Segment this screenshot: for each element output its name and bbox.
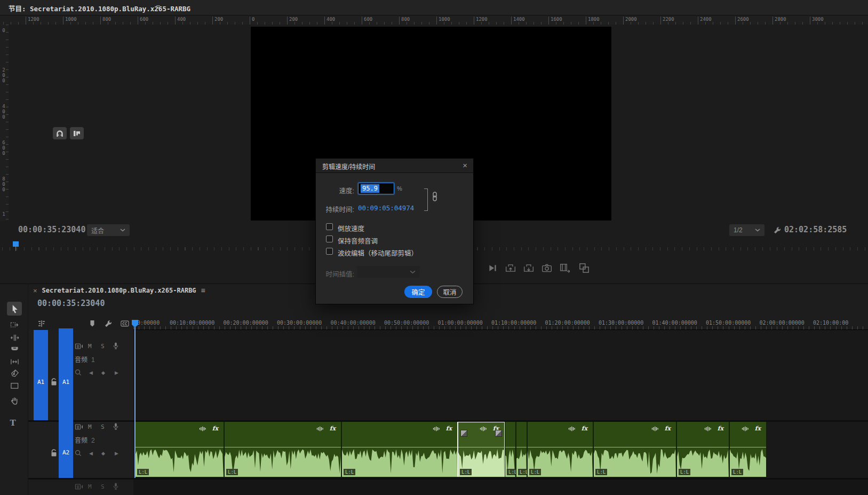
track-name-text: 音频 xyxy=(75,437,87,444)
volume-rubber-band[interactable] xyxy=(594,447,676,447)
volume-rubber-band[interactable] xyxy=(136,447,224,447)
voiceover-record-icon[interactable] xyxy=(112,422,120,430)
monitor-playhead[interactable] xyxy=(13,241,19,247)
track-name-audio2[interactable]: 音频2 xyxy=(75,435,95,444)
ok-button[interactable]: 确定 xyxy=(404,286,432,298)
speed-input[interactable]: 95.9 xyxy=(358,183,394,194)
source-patch-a1-label[interactable]: A1 xyxy=(34,379,48,386)
close-icon[interactable]: × xyxy=(463,161,467,170)
solo-button[interactable]: S xyxy=(101,343,105,350)
next-keyframe-icon[interactable]: ▶ xyxy=(115,451,118,456)
channel-badge: L:L xyxy=(679,469,690,475)
snap-icon[interactable] xyxy=(53,127,67,139)
volume-rubber-band[interactable] xyxy=(730,447,766,447)
volume-rubber-band[interactable] xyxy=(342,447,457,447)
ruler-label: 3000 xyxy=(812,17,824,22)
mute-button[interactable]: M xyxy=(88,343,92,350)
fade-handle-right[interactable] xyxy=(495,430,502,437)
program-monitor-header[interactable]: 节目: Secretariat.2010.1080p.BluRay.x265-R… xyxy=(0,0,868,15)
lift-icon[interactable] xyxy=(505,263,516,273)
audio-clip[interactable]: fxL:L xyxy=(676,422,729,477)
step-forward-icon[interactable] xyxy=(487,263,498,273)
mute-button[interactable]: M xyxy=(88,483,92,490)
panel-menu-icon[interactable]: ≡ xyxy=(201,286,205,295)
volume-rubber-band[interactable] xyxy=(528,447,593,447)
export-frame-icon[interactable] xyxy=(541,263,552,273)
audio-clip[interactable]: L:L xyxy=(505,422,516,477)
volume-rubber-band[interactable] xyxy=(516,447,527,447)
voiceover-record-icon[interactable] xyxy=(112,482,120,490)
monitor-settings-wrench-icon[interactable] xyxy=(773,226,782,234)
volume-rubber-band[interactable] xyxy=(458,447,504,447)
audio-clip-selected[interactable]: fxL:L xyxy=(458,422,505,477)
zoom-level-select[interactable]: 适合 xyxy=(87,224,130,236)
checkbox[interactable] xyxy=(326,248,333,255)
duration-value[interactable]: 00:09:05:04974 xyxy=(358,204,414,212)
ruler-major-tick xyxy=(623,17,624,25)
linked-selection-icon[interactable] xyxy=(70,127,84,139)
ruler-label: 400 xyxy=(1,104,6,120)
audio-clip[interactable]: fxL:L xyxy=(729,422,767,477)
selection-tool-icon[interactable] xyxy=(7,302,22,316)
previous-keyframe-icon[interactable]: ◀ xyxy=(89,370,93,375)
track-lock-icon[interactable] xyxy=(50,449,58,457)
track-divider[interactable] xyxy=(28,478,868,480)
compare-view-icon[interactable] xyxy=(579,263,590,273)
audio-clip[interactable]: fxL:L xyxy=(593,422,676,477)
add-keyframe-icon[interactable]: ◆ xyxy=(101,370,105,375)
nest-icon[interactable] xyxy=(37,318,46,329)
clip-effect-indicators: fx xyxy=(568,425,587,432)
audio-clip[interactable]: fxL:L xyxy=(224,422,341,477)
volume-rubber-band[interactable] xyxy=(505,447,515,447)
wrench-icon[interactable] xyxy=(104,318,113,329)
solo-button[interactable]: S xyxy=(101,483,105,490)
audio-clip[interactable]: fxL:L xyxy=(341,422,458,477)
audio-clip[interactable]: fxL:L xyxy=(527,422,593,477)
track-lock-icon[interactable] xyxy=(50,378,58,386)
timeline-playhead-head[interactable] xyxy=(132,320,138,325)
previous-keyframe-icon[interactable]: ◀ xyxy=(89,451,93,456)
voiceover-record-icon[interactable] xyxy=(112,342,120,350)
checkbox[interactable] xyxy=(326,235,333,242)
mute-button[interactable]: M xyxy=(88,423,92,430)
time-interpolation-select[interactable] xyxy=(357,266,420,278)
insert-icon[interactable] xyxy=(560,263,570,273)
chain-link-icon[interactable] xyxy=(432,192,438,201)
next-keyframe-icon[interactable]: ▶ xyxy=(115,370,118,375)
solo-button[interactable]: S xyxy=(101,423,105,430)
panel-menu-icon[interactable]: ≡ xyxy=(156,3,160,11)
cancel-button[interactable]: 取消 xyxy=(437,286,463,298)
audio-clip[interactable]: L:L xyxy=(516,422,527,477)
track-meter-icon[interactable] xyxy=(75,483,83,491)
volume-rubber-band[interactable] xyxy=(677,447,729,447)
timeline-ruler-label: 02:00:00:00000 xyxy=(760,320,805,326)
rectangle-tool-icon[interactable] xyxy=(7,379,22,392)
playback-resolution-select[interactable]: 1/2 xyxy=(729,224,765,236)
track-target-a1-label[interactable]: A1 xyxy=(59,379,73,386)
checkbox[interactable] xyxy=(326,223,333,230)
timeline-playhead-line[interactable] xyxy=(134,320,136,478)
show-keyframes-icon[interactable] xyxy=(75,450,82,457)
track-name-audio1[interactable]: 音频1 xyxy=(75,355,95,364)
track-meter-icon[interactable] xyxy=(75,423,83,431)
show-keyframes-icon[interactable] xyxy=(75,369,82,376)
volume-rubber-band[interactable] xyxy=(225,447,341,447)
add-keyframe-icon[interactable]: ◆ xyxy=(101,451,105,456)
hand-tool-icon[interactable] xyxy=(7,394,22,407)
close-icon[interactable]: × xyxy=(33,287,37,295)
track-meter-icon[interactable] xyxy=(75,342,83,350)
fade-handle-left[interactable] xyxy=(460,430,467,437)
audio-clip[interactable]: fxL:L xyxy=(135,422,224,477)
timeline-playhead-timecode[interactable]: 00:00:35:23040 xyxy=(37,298,105,308)
captions-icon[interactable] xyxy=(121,318,129,329)
track-select-forward-tool-icon[interactable] xyxy=(7,318,22,332)
dialog-title-bar[interactable]: 剪辑速度/持续时间 × xyxy=(316,159,473,173)
track-content-audio1[interactable] xyxy=(133,330,868,420)
marker-icon[interactable] xyxy=(88,318,97,329)
extract-icon[interactable] xyxy=(523,263,534,273)
type-tool-icon[interactable]: T xyxy=(7,420,22,434)
track-target-a2-label[interactable]: A2 xyxy=(59,449,73,456)
monitor-playhead-timecode[interactable]: 00:00:35:23040 xyxy=(18,225,85,234)
timeline-tab[interactable]: × Secretariat.2010.1080p.BluRay.x265-RAR… xyxy=(33,286,205,295)
source-patch-a1[interactable] xyxy=(34,330,48,420)
